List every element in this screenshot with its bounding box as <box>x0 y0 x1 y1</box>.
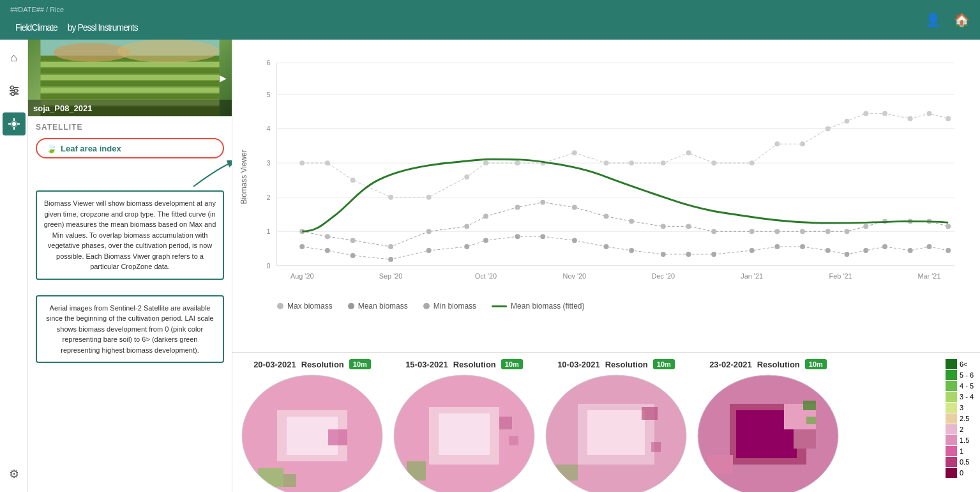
svg-point-107 <box>540 234 545 239</box>
nav-satellite[interactable] <box>3 112 26 135</box>
svg-point-5 <box>11 93 14 96</box>
svg-point-61 <box>661 160 666 165</box>
building-icon[interactable]: 🏠 <box>954 12 970 27</box>
svg-rect-156 <box>806 417 816 424</box>
svg-rect-138 <box>509 436 518 445</box>
svg-point-73 <box>946 116 951 121</box>
legend-item-2-5: 2.5 <box>946 413 974 424</box>
nav-gear[interactable]: ⚙ <box>3 463 26 486</box>
legend-item-3-4: 3 - 4 <box>946 392 974 402</box>
svg-point-120 <box>882 244 887 249</box>
svg-point-78 <box>426 229 432 234</box>
resolution-label-1: Resolution <box>301 360 344 369</box>
resolution-label-3: Resolution <box>605 360 648 369</box>
svg-rect-146 <box>651 442 661 452</box>
satellite-label: SATELLITE <box>28 116 232 135</box>
legend-mean-biomass: Mean biomass <box>348 302 408 311</box>
label-6plus: 6< <box>960 360 968 368</box>
svg-point-83 <box>572 205 577 210</box>
svg-text:Sep '20: Sep '20 <box>379 272 403 280</box>
nav-settings-sliders[interactable] <box>3 79 26 102</box>
svg-point-62 <box>686 150 691 155</box>
svg-point-105 <box>483 238 488 243</box>
map-header-4: 23-02-2021 Resolution 10m <box>709 359 827 369</box>
map-card-1: 20-03-2021 Resolution 10m <box>239 359 386 492</box>
svg-point-82 <box>540 200 545 205</box>
map-header-1: 20-03-2021 Resolution 10m <box>253 359 371 369</box>
svg-text:2: 2 <box>267 194 271 201</box>
label-3: 3 <box>960 404 963 411</box>
label-0-5: 0.5 <box>960 458 969 466</box>
chart-container: Biomass Viewer 0 1 2 3 4 <box>239 46 967 295</box>
svg-point-94 <box>863 224 868 229</box>
svg-point-118 <box>845 252 850 257</box>
svg-text:Dec '20: Dec '20 <box>651 272 675 280</box>
legend-item-1: 1 <box>946 446 974 456</box>
svg-rect-131 <box>328 429 347 445</box>
legend-min-biomass: Min biomass <box>423 302 476 311</box>
biomass-chart: Biomass Viewer 0 1 2 3 4 <box>239 46 967 295</box>
label-1-5: 1.5 <box>960 436 969 444</box>
svg-rect-16 <box>41 68 220 73</box>
field-image-overlay: soja_P08_2021 <box>28 100 232 116</box>
leaf-icon: 🍃 <box>46 143 57 153</box>
maps-row: 20-03-2021 Resolution 10m <box>239 359 935 492</box>
app-title-text: FieldClimate <box>15 22 57 33</box>
svg-point-11 <box>12 122 16 126</box>
svg-rect-20 <box>41 94 220 99</box>
map-circle-3[interactable] <box>543 372 690 492</box>
map-circle-2[interactable] <box>391 372 538 492</box>
svg-point-101 <box>351 253 356 258</box>
map-date-2: 15-03-2021 <box>405 360 448 369</box>
legend-item-4-5: 4 - 5 <box>946 381 974 391</box>
svg-point-93 <box>845 229 850 234</box>
color-legend: 6< 5 - 6 4 - 5 3 - 4 3 <box>946 359 974 478</box>
svg-point-88 <box>711 229 716 234</box>
field-image[interactable]: soja_P08_2021 ▶ <box>28 40 232 116</box>
map-circle-4[interactable] <box>695 372 841 492</box>
legend-min-dot <box>423 303 430 309</box>
svg-point-59 <box>603 160 608 165</box>
nav-home[interactable]: ⌂ <box>3 46 26 69</box>
svg-point-84 <box>603 213 608 219</box>
svg-point-111 <box>661 252 666 257</box>
user-icon[interactable]: 👤 <box>925 12 941 27</box>
label-2: 2 <box>960 426 963 433</box>
svg-point-86 <box>661 224 666 229</box>
swatch-2-5 <box>946 413 957 424</box>
left-panel: soja_P08_2021 ▶ SATELLITE 🍃 Leaf area in… <box>28 40 232 492</box>
svg-point-90 <box>774 229 780 234</box>
svg-point-113 <box>711 252 716 257</box>
legend-max-label: Max biomass <box>287 302 333 311</box>
legend-item-0: 0 <box>946 468 974 478</box>
header: ##DATE## / Rice FieldClimate by Pessl In… <box>0 0 980 40</box>
svg-point-63 <box>711 160 716 165</box>
right-content: Biomass Viewer 0 1 2 3 4 <box>232 40 980 492</box>
legend-item-0-5: 0.5 <box>946 457 974 467</box>
svg-point-121 <box>908 248 913 253</box>
legend-mean-dot <box>348 303 354 309</box>
svg-rect-144 <box>587 410 645 455</box>
svg-text:Oct '20: Oct '20 <box>475 272 497 280</box>
map-date-4: 23-02-2021 <box>709 360 752 369</box>
svg-point-60 <box>629 160 634 165</box>
svg-rect-139 <box>407 461 426 480</box>
svg-point-87 <box>686 224 691 229</box>
svg-point-54 <box>464 174 469 180</box>
field-expand-icon[interactable]: ▶ <box>220 73 227 83</box>
svg-rect-129 <box>258 468 283 487</box>
swatch-1 <box>946 446 957 456</box>
map-circle-1[interactable] <box>239 372 386 492</box>
svg-rect-130 <box>283 474 296 487</box>
tooltip1-container: Biomass Viewer will show biomass develop… <box>28 180 232 288</box>
label-2-5: 2.5 <box>960 415 969 422</box>
header-right: 👤 🏠 <box>925 12 970 27</box>
swatch-6plus <box>946 359 957 369</box>
label-4-5: 4 - 5 <box>960 382 974 390</box>
legend-max-biomass: Max biomass <box>277 302 333 311</box>
svg-point-119 <box>863 248 868 253</box>
swatch-0 <box>946 468 957 478</box>
svg-point-68 <box>845 119 850 124</box>
svg-point-80 <box>483 213 488 219</box>
swatch-5-6 <box>946 370 957 380</box>
